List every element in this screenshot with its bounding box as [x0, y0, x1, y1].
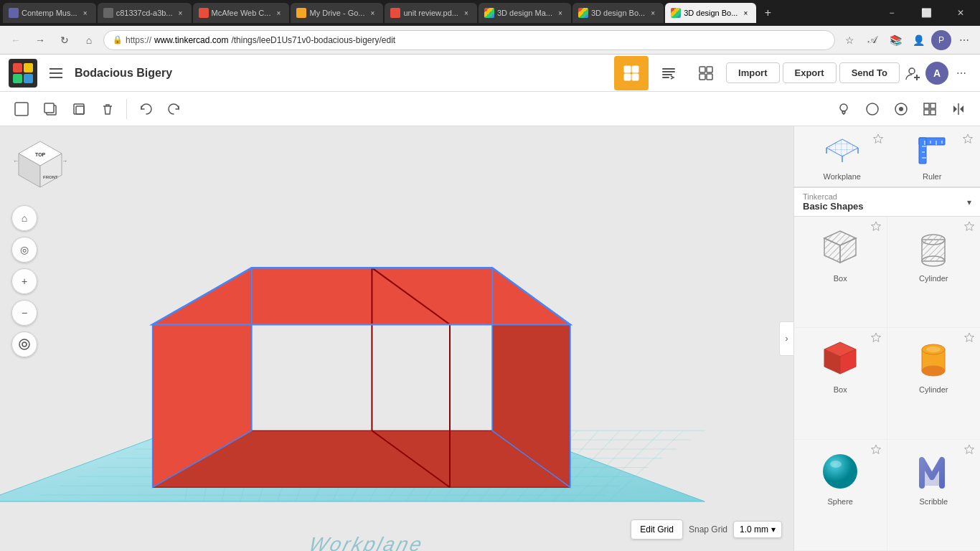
tab-3ddesign3-active[interactable]: 3D design Bo... ×	[665, 3, 756, 23]
tab-mydrive[interactable]: My Drive - Go... ×	[291, 3, 383, 23]
tab-3ddesign1[interactable]: 3D design Ma... ×	[479, 3, 571, 23]
tab-close-1[interactable]: ×	[80, 8, 90, 18]
shape-scribble-star[interactable]	[964, 444, 974, 456]
shape-scribble[interactable]: Scribble	[887, 440, 981, 551]
tab-unitreview[interactable]: unit review.pd... ×	[385, 3, 476, 23]
mirror-icon[interactable]	[946, 96, 971, 122]
ruler-tool[interactable]: Ruler	[890, 132, 975, 181]
url-domain: www.tinkercad.com	[154, 35, 228, 45]
copy-button[interactable]	[37, 96, 63, 122]
tab-label-3: McAfee Web C...	[212, 9, 271, 17]
home-button[interactable]: ⌂	[79, 30, 99, 50]
duplicate-button[interactable]	[66, 96, 92, 122]
toolbar-separator-1	[126, 99, 127, 119]
shape-cylinder-outline[interactable]: Cylinder	[887, 217, 981, 328]
tab-c81[interactable]: c81337cd-a3b... ×	[98, 3, 192, 23]
camera-icon[interactable]	[859, 96, 885, 122]
tinkercad-logo[interactable]	[9, 59, 37, 88]
focus-icon[interactable]	[888, 96, 914, 122]
import-button[interactable]: Import	[726, 62, 779, 83]
tab-close-3[interactable]: ×	[273, 8, 283, 18]
export-button[interactable]: Export	[783, 62, 837, 83]
back-button[interactable]: ←	[6, 30, 26, 50]
tab-favicon-5	[390, 8, 400, 18]
add-profile-icon[interactable]: 👤	[908, 30, 928, 50]
action-toolbar	[0, 92, 980, 126]
grid-icon[interactable]	[917, 96, 943, 122]
svg-rect-3	[624, 66, 631, 72]
add-collaborator-icon[interactable]	[903, 63, 923, 83]
maximize-button[interactable]: ⬜	[910, 0, 943, 26]
workplane-tool[interactable]: Workplane	[800, 132, 885, 181]
sendto-button[interactable]: Send To	[839, 62, 900, 83]
star-icon[interactable]: ☆	[839, 30, 859, 50]
help-icon[interactable]	[831, 96, 857, 122]
panel-toggle-chevron[interactable]: ›	[779, 321, 793, 356]
svg-point-105	[922, 235, 945, 245]
redo-button[interactable]	[161, 96, 187, 122]
readingmode-icon[interactable]: 𝒜	[862, 30, 882, 50]
new-shape-button[interactable]	[9, 96, 34, 122]
shape-box-outline[interactable]: Box	[794, 217, 887, 328]
refresh-button[interactable]: ↻	[55, 30, 75, 50]
tab-close-6[interactable]: ×	[555, 8, 565, 18]
library-dropdown-arrow[interactable]: ▾	[967, 197, 971, 207]
svg-text:Workplane: Workplane	[306, 533, 426, 551]
svg-rect-9	[699, 74, 705, 80]
collections-icon[interactable]: 📚	[885, 30, 905, 50]
minimize-button[interactable]: −	[875, 0, 908, 26]
topbar-right: Import Export Send To A ⋯	[614, 56, 971, 90]
delete-button[interactable]	[95, 96, 121, 122]
more-options-icon[interactable]: ⋯	[951, 63, 971, 83]
snap-grid-select[interactable]: 1.0 mm ▾	[733, 521, 782, 538]
forward-button[interactable]: →	[30, 30, 50, 50]
tab-close-2[interactable]: ×	[176, 8, 186, 18]
profile-button[interactable]: P	[931, 30, 951, 50]
shape-box-red[interactable]: Box	[794, 328, 887, 439]
svg-rect-1	[50, 72, 62, 74]
shape-library-header: Tinkercad Basic Shapes ▾	[794, 187, 980, 217]
svg-rect-16	[44, 103, 54, 113]
shape-cylinder-orange-star[interactable]	[964, 332, 974, 344]
tab-3ddesign2[interactable]: 3D design Bo... ×	[573, 3, 664, 23]
tab-favicon-4	[296, 8, 306, 18]
shape-scribble-label: Scribble	[919, 497, 948, 506]
shape-sphere[interactable]: Sphere	[794, 440, 887, 551]
url-bar[interactable]: 🔒 https://www.tinkercad.com/things/leeD1…	[103, 30, 835, 50]
box-red-icon	[817, 336, 863, 382]
more-icon[interactable]: ⋯	[954, 30, 974, 50]
shape-sphere-star[interactable]	[871, 444, 881, 456]
new-tab-button[interactable]: +	[758, 3, 778, 23]
close-button[interactable]: ✕	[944, 0, 977, 26]
undo-button[interactable]	[133, 96, 159, 122]
tab-close-4[interactable]: ×	[367, 8, 377, 18]
svg-marker-85	[873, 134, 882, 143]
design-title: Bodacious Bigery	[75, 67, 608, 80]
ruler-star[interactable]	[963, 133, 973, 146]
tab-close-7[interactable]: ×	[648, 8, 658, 18]
canvas-3d[interactable]: TOP FRONT ← → ⌂ ◎ + −	[0, 126, 793, 551]
user-avatar[interactable]: A	[925, 62, 948, 85]
snap-grid-value: 1.0 mm	[740, 524, 768, 534]
tab-close-8[interactable]: ×	[740, 8, 750, 18]
shape-box-red-star[interactable]	[871, 332, 881, 344]
edit-grid-button[interactable]: Edit Grid	[631, 519, 683, 540]
svg-rect-24	[924, 103, 929, 108]
code-view-button[interactable]	[651, 56, 686, 90]
tab-mcafee[interactable]: McAfee Web C... ×	[193, 3, 290, 23]
block-view-button[interactable]	[689, 56, 723, 90]
tab-close-5[interactable]: ×	[461, 8, 471, 18]
hamburger-menu-icon[interactable]	[43, 60, 69, 86]
shape-cylinder-outline-star[interactable]	[964, 221, 974, 233]
workplane-star[interactable]	[873, 133, 883, 146]
svg-point-11	[909, 68, 915, 74]
shape-box-outline-star[interactable]	[871, 221, 881, 233]
shape-cylinder-orange[interactable]: Cylinder	[887, 328, 981, 439]
lock-icon: 🔒	[113, 35, 123, 44]
grid-view-button[interactable]	[614, 56, 649, 90]
right-panel: Workplane	[793, 126, 980, 551]
tab-contemp[interactable]: Contemp Mus... ×	[3, 3, 96, 23]
svg-marker-97	[871, 222, 880, 230]
bottom-controls: Edit Grid Snap Grid 1.0 mm ▾	[631, 519, 782, 540]
window-controls: − ⬜ ✕	[875, 0, 977, 26]
